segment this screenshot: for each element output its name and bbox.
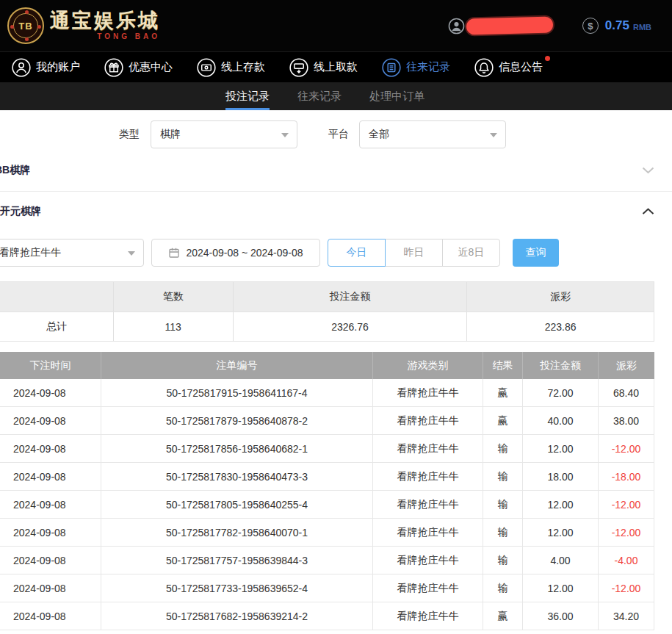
game-select-value: 看牌抢庄牛牛 — [0, 246, 61, 259]
currency-dollar-icon: $ — [582, 18, 599, 34]
cell-bet-id: 50-1725817782-1958640070-1 — [101, 519, 373, 546]
col-header-game: 游戏类别 — [373, 352, 483, 379]
cell-result: 赢 — [483, 407, 523, 434]
cell-bet-amount: 12.00 — [523, 491, 599, 518]
tab-transaction-records[interactable]: 往来记录 — [297, 82, 342, 110]
cell-result: 输 — [483, 574, 523, 602]
search-button[interactable]: 查询 — [513, 239, 559, 267]
logo-title: 通宝娱乐城 — [50, 11, 160, 31]
cell-bet-amount: 36.00 — [523, 602, 599, 630]
type-filter-label: 类型 — [119, 128, 140, 141]
cell-game-type: 看牌抢庄牛牛 — [373, 379, 483, 406]
summary-table: 笔数 投注金额 派彩 总计 113 2326.76 223.86 — [0, 281, 654, 342]
cell-result: 输 — [483, 435, 523, 462]
summary-header-count: 笔数 — [114, 282, 234, 311]
nav-item-my-account[interactable]: 我的账户 — [12, 58, 80, 77]
table-body: 2024-09-08 50-1725817915-1958641167-4 看牌… — [0, 379, 654, 630]
cell-bet-id: 50-1725817915-1958641167-4 — [101, 379, 373, 406]
cell-bet-id: 50-1725817830-1958640473-3 — [101, 463, 373, 490]
chevron-down-icon — [490, 133, 497, 137]
chevron-up-icon[interactable] — [642, 208, 654, 215]
last-8-days-button[interactable]: 近8日 — [442, 239, 500, 267]
cell-bet-amount: 18.00 — [523, 463, 599, 490]
nav-item-promotions[interactable]: 优惠中心 — [104, 58, 173, 77]
cell-result: 输 — [483, 547, 523, 574]
chevron-down-icon — [281, 133, 289, 137]
cell-bet-time: 2024-09-08 — [0, 547, 101, 574]
cell-result: 输 — [483, 463, 523, 490]
summary-header-bet: 投注金额 — [234, 282, 468, 311]
main-nav: 我的账户 优惠中心 线上存款 线上取款 — [0, 51, 672, 82]
page: TB 通宝娱乐城 TONG BAO $ 0.75 RMB — [0, 0, 672, 634]
app-header: TB 通宝娱乐城 TONG BAO $ 0.75 RMB — [0, 0, 672, 51]
section-kaiyuan-chess[interactable]: 开元棋牌 — [0, 192, 672, 231]
balance-amount[interactable]: 0.75 — [605, 18, 629, 33]
tab-processing-orders[interactable]: 处理中订单 — [369, 82, 424, 110]
cell-payout: 68.40 — [599, 379, 654, 406]
nav-item-label: 信息公告 — [499, 60, 543, 74]
nav-item-label: 线上存款 — [221, 60, 265, 74]
nav-item-label: 优惠中心 — [129, 60, 173, 74]
nav-item-label: 我的账户 — [36, 60, 80, 74]
col-header-result: 结果 — [483, 352, 523, 379]
logo[interactable]: TB 通宝娱乐城 TONG BAO — [7, 7, 160, 44]
nav-item-announcements[interactable]: 信息公告 — [474, 58, 543, 77]
cell-bet-time: 2024-09-08 — [0, 491, 101, 518]
date-range-value: 2024-09-08 ~ 2024-09-08 — [186, 247, 303, 259]
calendar-icon — [168, 247, 180, 259]
platform-select-value: 全部 — [369, 128, 389, 141]
cell-bet-time: 2024-09-08 — [0, 463, 101, 490]
cell-payout: -12.00 — [599, 574, 654, 602]
yesterday-button[interactable]: 昨日 — [385, 239, 443, 267]
cell-bet-id: 50-1725817733-1958639652-4 — [101, 574, 373, 602]
cell-result: 赢 — [483, 602, 523, 630]
cell-game-type: 看牌抢庄牛牛 — [373, 547, 483, 574]
logo-subtitle: TONG BAO — [50, 32, 160, 40]
date-range-picker[interactable]: 2024-09-08 ~ 2024-09-08 — [151, 239, 320, 267]
cell-bet-id: 50-1725817757-1958639844-3 — [101, 547, 373, 574]
cell-bet-time: 2024-09-08 — [0, 602, 101, 630]
table-row: 2024-09-08 50-1725817805-1958640255-4 看牌… — [0, 491, 654, 519]
platform-filter-label: 平台 — [328, 128, 349, 141]
summary-total-row: 总计 113 2326.76 223.86 — [0, 311, 654, 341]
cell-bet-time: 2024-09-08 — [0, 574, 101, 602]
cell-bet-amount: 72.00 — [523, 379, 599, 406]
type-select[interactable]: 棋牌 — [151, 120, 297, 148]
nav-item-deposit[interactable]: 线上存款 — [197, 58, 265, 77]
tab-bet-records[interactable]: 投注记录 — [225, 82, 270, 110]
cell-game-type: 看牌抢庄牛牛 — [373, 463, 483, 490]
summary-header-row: 笔数 投注金额 派彩 — [0, 282, 654, 311]
nav-item-label: 往来记录 — [406, 60, 450, 74]
cell-bet-amount: 12.00 — [523, 435, 599, 462]
table-row: 2024-09-08 50-1725817733-1958639652-4 看牌… — [0, 574, 654, 602]
balance-currency: RMB — [633, 23, 651, 32]
table-header-row: 下注时间 注单编号 游戏类别 结果 投注金额 派彩 — [0, 352, 654, 379]
table-row: 2024-09-08 50-1725817879-1958640878-2 看牌… — [0, 407, 654, 435]
cell-bet-id: 50-1725817879-1958640878-2 — [101, 407, 373, 434]
header-account-area: $ 0.75 RMB — [448, 18, 651, 35]
nav-item-withdraw[interactable]: 线上取款 — [289, 58, 358, 77]
cell-game-type: 看牌抢庄牛牛 — [373, 602, 483, 630]
chevron-down-icon[interactable] — [642, 167, 654, 174]
section-bb-chess[interactable]: BB棋牌 — [0, 150, 672, 192]
username-redacted[interactable] — [466, 16, 554, 35]
cell-bet-amount: 40.00 — [523, 407, 599, 434]
notification-dot — [545, 56, 550, 61]
cell-payout: 34.20 — [599, 602, 654, 630]
game-select[interactable]: 看牌抢庄牛牛 — [0, 239, 144, 267]
section-title: BB棋牌 — [0, 164, 30, 177]
logo-badge-icon: TB — [7, 7, 44, 44]
platform-select[interactable]: 全部 — [359, 120, 506, 148]
user-avatar-icon — [448, 18, 465, 35]
cell-bet-amount: 12.00 — [523, 519, 599, 546]
query-controls: 看牌抢庄牛牛 2024-09-08 ~ 2024-09-08 今日 昨日 近8日… — [0, 239, 672, 267]
cell-result: 输 — [483, 491, 523, 518]
gift-icon — [104, 58, 123, 77]
table-row: 2024-09-08 50-1725817915-1958641167-4 看牌… — [0, 379, 654, 407]
nav-item-records[interactable]: 往来记录 — [382, 58, 450, 77]
withdraw-icon — [289, 58, 308, 77]
today-button[interactable]: 今日 — [328, 239, 386, 267]
table-row: 2024-09-08 50-1725817682-1958639214-2 看牌… — [0, 602, 654, 630]
nav-item-label: 线上取款 — [314, 60, 358, 74]
cell-bet-id: 50-1725817682-1958639214-2 — [101, 602, 373, 630]
